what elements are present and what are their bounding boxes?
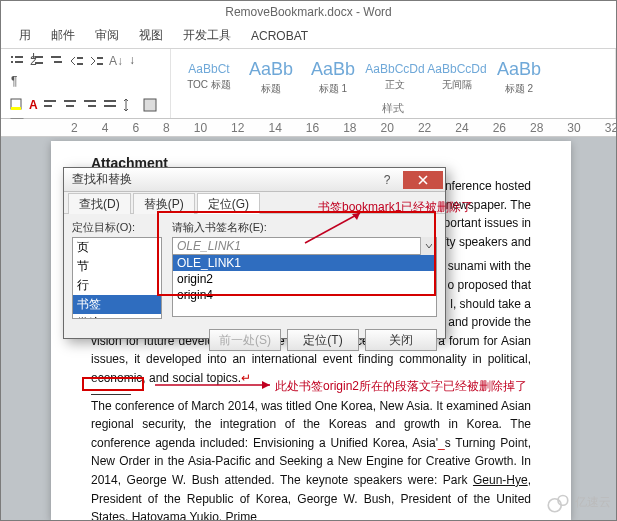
- tab-acrobat[interactable]: ACROBAT: [243, 27, 316, 45]
- svg-point-30: [548, 499, 561, 512]
- find-replace-dialog: 查找和替换 ? 查找(D) 替换(P) 定位(G) 定位目标(O): 页 节 行…: [63, 167, 446, 339]
- svg-rect-10: [77, 57, 83, 59]
- svg-rect-11: [77, 63, 83, 65]
- ribbon-group-styles: AaBbCtTOC 标题 AaBb标题 AaBb标题 1 AaBbCcDd正文 …: [171, 49, 616, 118]
- dialog-titlebar[interactable]: 查找和替换 ?: [64, 168, 445, 192]
- ribbon: 12 A↓ ↓ ¶ A 段落 AaBbCt: [1, 49, 616, 119]
- svg-text:2: 2: [30, 54, 37, 68]
- styles-gallery[interactable]: AaBbCtTOC 标题 AaBb标题 AaBb标题 1 AaBbCcDd正文 …: [179, 53, 607, 101]
- style-title[interactable]: AaBb标题: [241, 53, 301, 101]
- svg-rect-13: [97, 63, 103, 65]
- dialog-close-button[interactable]: [403, 171, 443, 189]
- ribbon-tabs: 用 邮件 审阅 视图 开发工具 ACROBAT: [1, 23, 616, 49]
- paragraph-3: The conference of March 2014, was titled…: [91, 397, 531, 520]
- style-heading1[interactable]: AaBb标题 1: [303, 53, 363, 101]
- line-spacing-icon[interactable]: [122, 97, 138, 113]
- bookmark-dropdown-button[interactable]: [420, 237, 436, 255]
- target-page[interactable]: 页: [73, 238, 161, 257]
- dialog-body: 定位目标(O): 页 节 行 书签 批注 脚注 请输入书签名称(E): OLE_…: [64, 214, 445, 325]
- tab-yong[interactable]: 用: [11, 25, 39, 46]
- tab-devtools[interactable]: 开发工具: [175, 25, 239, 46]
- style-heading2[interactable]: AaBb标题 2: [489, 53, 549, 101]
- svg-rect-0: [11, 56, 13, 58]
- tab-review[interactable]: 审阅: [87, 25, 127, 46]
- goto-button[interactable]: 定位(T): [287, 329, 359, 351]
- svg-rect-7: [35, 62, 43, 64]
- svg-rect-12: [97, 57, 103, 59]
- svg-rect-8: [51, 56, 61, 58]
- dialog-help-button[interactable]: ?: [373, 171, 401, 189]
- svg-rect-26: [144, 99, 156, 111]
- target-label: 定位目标(O):: [72, 220, 162, 235]
- align-left-icon[interactable]: [42, 97, 58, 113]
- close-button[interactable]: 关闭: [365, 329, 437, 351]
- svg-rect-17: [11, 107, 21, 110]
- bookmark-item-origin4[interactable]: origin4: [173, 287, 436, 303]
- multilevel-icon[interactable]: [49, 53, 65, 69]
- svg-rect-9: [54, 61, 62, 63]
- svg-rect-25: [104, 105, 116, 107]
- align-right-icon[interactable]: [82, 97, 98, 113]
- highlight-icon[interactable]: [9, 97, 25, 113]
- horizontal-ruler[interactable]: 24681012141618202224262830323436384042: [1, 119, 616, 137]
- indent-increase-icon[interactable]: [89, 53, 105, 69]
- previous-button[interactable]: 前一处(S): [209, 329, 281, 351]
- cursor-line: [91, 394, 131, 395]
- font-color-icon[interactable]: A: [29, 98, 38, 112]
- watermark-text: 亿速云: [575, 494, 611, 511]
- style-toc-heading[interactable]: AaBbCtTOC 标题: [179, 53, 239, 101]
- bookmark-item-olelink1[interactable]: OLE_LINK1: [173, 255, 436, 271]
- annotation-text-2: 此处书签origin2所在的段落文字已经被删除掉了: [275, 378, 527, 395]
- target-bookmark[interactable]: 书签: [73, 295, 161, 314]
- target-list[interactable]: 页 节 行 书签 批注 脚注: [72, 237, 162, 319]
- align-center-icon[interactable]: [62, 97, 78, 113]
- dialog-title: 查找和替换: [72, 171, 132, 188]
- target-line[interactable]: 行: [73, 276, 161, 295]
- numbering-icon[interactable]: 12: [29, 53, 45, 69]
- tab-mail[interactable]: 邮件: [43, 25, 83, 46]
- goto-target-column: 定位目标(O): 页 节 行 书签 批注 脚注: [72, 220, 162, 319]
- bookmark-list[interactable]: OLE_LINK1 origin2 origin4: [172, 255, 437, 317]
- indent-decrease-icon[interactable]: [69, 53, 85, 69]
- target-comment[interactable]: 批注: [73, 314, 161, 319]
- bookmark-item-origin2[interactable]: origin2: [173, 271, 436, 287]
- dialog-footer: 前一处(S) 定位(T) 关闭: [64, 325, 445, 359]
- bullets-icon[interactable]: [9, 53, 25, 69]
- svg-text:¶: ¶: [11, 74, 17, 88]
- chevron-down-icon: [425, 242, 432, 250]
- align-justify-icon[interactable]: [102, 97, 118, 113]
- watermark: 亿速云: [545, 489, 611, 515]
- font-char[interactable]: A↓: [109, 54, 123, 68]
- tab-goto[interactable]: 定位(G): [197, 193, 260, 214]
- group-label-styles: 样式: [179, 101, 607, 116]
- svg-line-28: [305, 213, 360, 243]
- annotation-arrow-2: [150, 378, 280, 392]
- style-nospacing[interactable]: AaBbCcDd无间隔: [427, 53, 487, 101]
- tab-view[interactable]: 视图: [131, 25, 171, 46]
- show-marks-icon[interactable]: ¶: [9, 73, 25, 89]
- svg-rect-2: [11, 61, 13, 63]
- svg-rect-3: [15, 61, 23, 63]
- svg-rect-18: [44, 100, 56, 102]
- shading-icon[interactable]: [142, 97, 158, 113]
- watermark-icon: [545, 489, 571, 515]
- svg-text:↓: ↓: [129, 53, 135, 67]
- style-normal[interactable]: AaBbCcDd正文: [365, 53, 425, 101]
- ribbon-group-paragraph: 12 A↓ ↓ ¶ A 段落: [1, 49, 171, 118]
- window-title: RemoveBookmark.docx - Word: [225, 5, 392, 19]
- svg-rect-19: [44, 105, 52, 107]
- sort-icon[interactable]: ↓: [127, 53, 143, 69]
- svg-rect-22: [84, 100, 96, 102]
- target-section[interactable]: 节: [73, 257, 161, 276]
- svg-rect-24: [104, 100, 116, 102]
- tab-find[interactable]: 查找(D): [68, 193, 131, 214]
- title-bar: RemoveBookmark.docx - Word: [1, 1, 616, 23]
- tab-replace[interactable]: 替换(P): [133, 193, 195, 214]
- svg-rect-20: [64, 100, 76, 102]
- svg-rect-21: [66, 105, 74, 107]
- svg-rect-1: [15, 56, 23, 58]
- close-icon: [417, 174, 429, 186]
- annotation-text-1: 书签bookmark1已经被删除了: [318, 199, 473, 216]
- svg-rect-23: [88, 105, 96, 107]
